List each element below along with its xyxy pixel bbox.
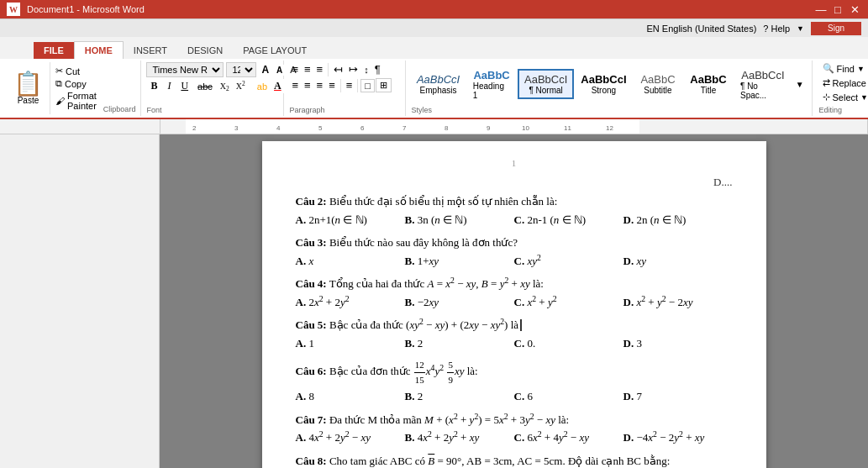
- style-strong[interactable]: AaBbCcI Strong: [576, 70, 632, 98]
- borders-button[interactable]: ⊞: [376, 78, 392, 92]
- svg-text:2: 2: [192, 124, 197, 132]
- shading-button[interactable]: □: [360, 79, 375, 92]
- cut-button[interactable]: ✂ Cut: [55, 66, 97, 76]
- style-title[interactable]: AaBbC Title: [684, 70, 733, 98]
- styles-group-label: Styles: [411, 106, 806, 114]
- app-icon: W: [7, 3, 20, 16]
- q5-optB: B. 2: [405, 335, 514, 352]
- styles-more-button[interactable]: ▼: [793, 62, 807, 106]
- sign-in-text[interactable]: Sign: [828, 24, 844, 33]
- design-tab[interactable]: DESIGN: [177, 42, 233, 59]
- style-subtitle[interactable]: AaBbC Subtitle: [634, 70, 682, 98]
- paste-button[interactable]: 📋 Paste: [7, 62, 50, 114]
- cut-icon: ✂: [55, 66, 63, 76]
- increase-indent-button[interactable]: ↦: [346, 62, 360, 76]
- font-family-select[interactable]: Times New R: [146, 62, 224, 77]
- multilevel-button[interactable]: ≡: [314, 62, 326, 76]
- line-spacing-button[interactable]: ≡: [344, 78, 355, 92]
- show-marks-button[interactable]: ¶: [372, 62, 383, 76]
- q7-optB: B. 4x2 + 2y2 + xy: [405, 429, 514, 446]
- align-left-button[interactable]: ≡: [289, 78, 301, 92]
- q2-title: Câu 2: Biểu thức đại số biểu thị một số …: [296, 193, 733, 210]
- page-layout-tab[interactable]: PAGE LAYOUT: [233, 42, 317, 59]
- highlight-button[interactable]: ab: [255, 81, 270, 92]
- insert-tab[interactable]: INSERT: [124, 42, 177, 59]
- paragraph-group: ≡ ≡ ≡ ↤ ↦ ↕ ¶ ≡ ≡ ≡ ≡ ≡ □ ⊞ Paragraph: [284, 60, 406, 116]
- doc-scroll-area[interactable]: 1 D.... Câu 2: Biểu thức đại số biểu thị…: [160, 134, 868, 468]
- select-button[interactable]: ⊹ Select ▼: [819, 91, 865, 103]
- style-nospace[interactable]: AaBbCcI ¶ No Spac...: [734, 66, 792, 103]
- superscript-button[interactable]: X2: [234, 81, 248, 92]
- q5-optA: A. 1: [296, 335, 405, 352]
- question-4: Câu 4: Tổng của hai đa thức A = x2 − xy,…: [296, 276, 733, 310]
- question-7: Câu 7: Đa thức M thỏa mãn M + (x2 + y2) …: [296, 412, 733, 446]
- style-emphasis-preview: AaBbCcI: [417, 73, 460, 86]
- ruler: 2 3 4 5 6 7 8 9 10 11 12: [0, 119, 868, 134]
- clipboard-group-label: Clipboard: [102, 104, 138, 114]
- window-controls: — □ ✕: [814, 3, 861, 16]
- style-emphasis-label: Emphasis: [420, 86, 457, 95]
- subscript-button[interactable]: X2: [218, 81, 232, 92]
- style-normal-label: ¶ Normal: [529, 86, 562, 95]
- font-grow-button[interactable]: A: [259, 63, 271, 76]
- q7-optD: D. −4x2 − 2y2 + xy: [623, 429, 733, 446]
- q3-optB: B. 1+xy: [405, 253, 514, 270]
- replace-button[interactable]: ⇄ Replace: [819, 76, 865, 89]
- svg-text:6: 6: [360, 124, 365, 132]
- q5-optC: C. 0.: [514, 335, 623, 352]
- close-button[interactable]: ✕: [848, 3, 861, 16]
- style-emphasis[interactable]: AaBbCcI Emphasis: [411, 70, 465, 98]
- language-selector[interactable]: EN English (United States): [646, 24, 756, 34]
- q4-optC: C. x2 + y2: [514, 294, 623, 311]
- q2-options: A. 2n+1(n ∈ ℕ) B. 3n (n ∈ ℕ) C. 2n-1 (n …: [296, 212, 733, 229]
- q3-title: Câu 3: Biểu thức nào sau đây không là đơ…: [296, 234, 733, 251]
- q6-title: Câu 6: Bậc của đơn thức 12 15 x4y2 5 9 x…: [296, 358, 733, 386]
- bullets-button[interactable]: ≡: [289, 62, 301, 76]
- find-button[interactable]: 🔍 Find ▼: [819, 62, 865, 75]
- align-right-button[interactable]: ≡: [314, 78, 326, 92]
- find-icon: 🔍: [823, 63, 834, 74]
- page-header: 1: [296, 156, 733, 171]
- separator2: [328, 63, 329, 76]
- dropdown-arrow[interactable]: ▼: [797, 24, 804, 33]
- q6-optB: B. 2: [405, 388, 514, 405]
- align-center-button[interactable]: ≡: [302, 78, 313, 92]
- document-area: 1 D.... Câu 2: Biểu thức đại số biểu thị…: [0, 134, 868, 468]
- left-panel: [0, 134, 160, 468]
- select-label: Select: [833, 92, 859, 103]
- svg-text:9: 9: [487, 124, 491, 132]
- minimize-button[interactable]: —: [814, 3, 828, 16]
- justify-button[interactable]: ≡: [326, 78, 338, 92]
- q6-optD: D. 7: [623, 388, 733, 405]
- ruler-svg: 2 3 4 5 6 7 8 9 10 11 12: [160, 119, 867, 134]
- home-tab[interactable]: HOME: [74, 41, 124, 59]
- style-heading1[interactable]: AaBbC Heading 1: [467, 66, 517, 103]
- underline-button[interactable]: U: [176, 79, 192, 93]
- format-painter-button[interactable]: 🖌 Format Painter: [55, 91, 97, 111]
- file-tab[interactable]: FILE: [34, 42, 74, 59]
- help-button[interactable]: ? Help: [763, 24, 790, 34]
- styles-group: AaBbCcI Emphasis AaBbC Heading 1 AaBbCcI…: [406, 60, 812, 116]
- copy-button[interactable]: ⧉ Copy: [55, 78, 97, 89]
- numbering-button[interactable]: ≡: [302, 62, 313, 76]
- font-size-select[interactable]: 12: [226, 62, 256, 77]
- q3-optA: A. x: [296, 253, 405, 270]
- font-shrink-button[interactable]: A: [274, 65, 285, 76]
- para-row1: ≡ ≡ ≡ ↤ ↦ ↕ ¶: [289, 62, 400, 76]
- help-icon: ?: [763, 24, 768, 34]
- clipboard-group: 📋 Paste ✂ Cut ⧉ Copy 🖌 Format Painter Cl…: [3, 60, 141, 116]
- maximize-button[interactable]: □: [831, 3, 844, 16]
- decrease-indent-button[interactable]: ↤: [331, 62, 345, 76]
- strikethrough-button[interactable]: abc: [194, 81, 216, 92]
- q4-optB: B. −2xy: [405, 294, 514, 311]
- sort-button[interactable]: ↕: [361, 64, 371, 76]
- italic-button[interactable]: I: [163, 79, 175, 93]
- language-text: EN English (United States): [646, 24, 756, 34]
- q7-options: A. 4x2 + 2y2 − xy B. 4x2 + 2y2 + xy C. 6…: [296, 429, 733, 446]
- style-normal[interactable]: AaBbCcI ¶ Normal: [518, 69, 573, 99]
- select-icon: ⊹: [823, 92, 830, 103]
- bold-button[interactable]: B: [146, 79, 161, 93]
- q6-optC: C. 6: [514, 388, 623, 405]
- font-color-button[interactable]: A: [271, 79, 284, 93]
- title-text: Document1 - Microsoft Word: [27, 4, 145, 14]
